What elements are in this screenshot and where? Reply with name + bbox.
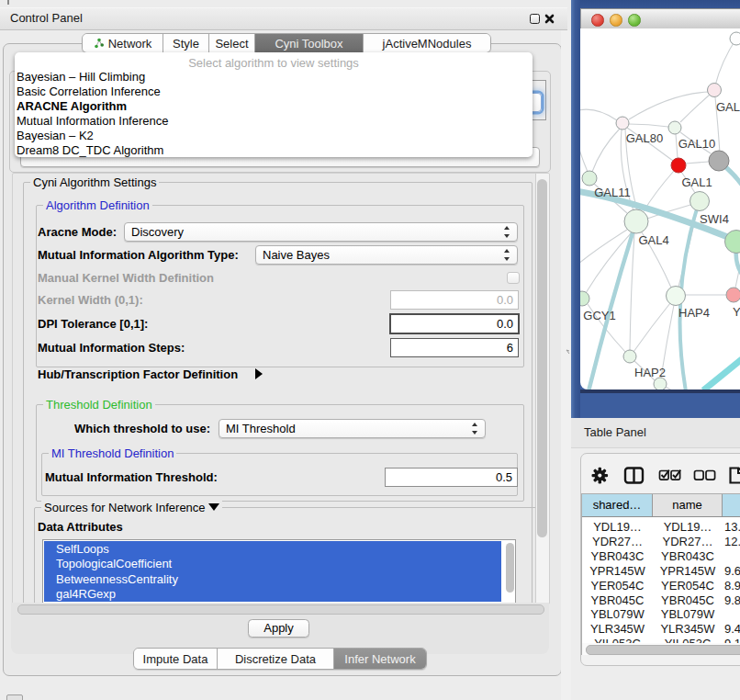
svg-text:GAL11: GAL11 [594, 186, 631, 199]
svg-text:GAL1: GAL1 [681, 175, 712, 189]
svg-text:SWI4: SWI4 [700, 212, 729, 226]
svg-text:GAL2: GAL2 [716, 100, 740, 114]
svg-text:GAL4: GAL4 [638, 233, 668, 247]
svg-text:GCY1: GCY1 [583, 309, 615, 322]
svg-text:HAP4: HAP4 [678, 306, 710, 320]
svg-text:GAL80: GAL80 [626, 131, 663, 145]
svg-text:HAP2: HAP2 [634, 366, 666, 379]
svg-text:GAL10: GAL10 [678, 137, 715, 151]
svg-text:YJ: YJ [733, 305, 740, 319]
